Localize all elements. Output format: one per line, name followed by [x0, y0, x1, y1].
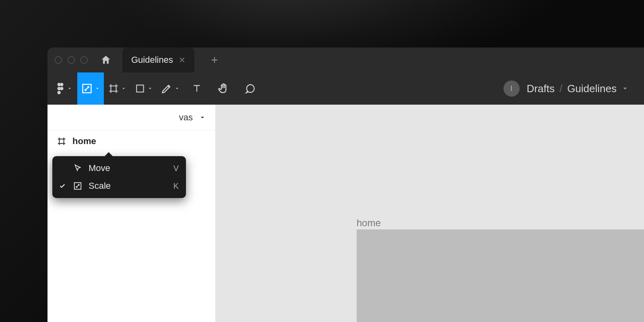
plus-icon [210, 56, 219, 64]
traffic-minimize[interactable] [68, 56, 75, 64]
home-icon [100, 54, 111, 66]
tab-guidelines[interactable]: Guidelines ✕ [122, 47, 194, 72]
svg-rect-6 [136, 85, 143, 92]
breadcrumb-separator: / [559, 83, 562, 95]
move-tool-button[interactable] [77, 72, 104, 105]
svg-point-1 [60, 83, 63, 86]
frame-label[interactable]: home [357, 217, 381, 229]
shape-tool-button[interactable] [130, 72, 157, 105]
main-area: vas home home [47, 105, 644, 322]
chevron-down-icon [199, 114, 206, 121]
frame-home[interactable] [357, 229, 644, 322]
dropdown-label: Move [89, 163, 110, 173]
text-icon [192, 83, 202, 94]
traffic-close[interactable] [55, 56, 62, 64]
tab-title: Guidelines [131, 55, 173, 65]
home-button[interactable] [99, 53, 113, 67]
chevron-down-icon [621, 85, 629, 92]
frame-icon [57, 137, 66, 146]
breadcrumb[interactable]: Drafts / Guidelines [527, 83, 629, 95]
pen-icon [161, 83, 172, 94]
figma-icon [56, 83, 65, 95]
chevron-down-icon [175, 86, 180, 91]
frame-tool-button[interactable] [104, 72, 130, 105]
dropdown-label: Scale [89, 181, 111, 191]
hand-icon [217, 83, 229, 95]
comment-icon [244, 83, 256, 94]
pages-row[interactable]: vas [47, 105, 215, 130]
pen-tool-button[interactable] [157, 72, 184, 105]
dropdown-item-scale[interactable]: Scale K [52, 177, 186, 195]
check-icon [58, 183, 67, 189]
chevron-down-icon [148, 86, 153, 91]
scale-icon [81, 83, 93, 94]
frame-icon [108, 83, 119, 94]
traffic-zoom[interactable] [80, 56, 88, 64]
layer-home[interactable]: home [47, 130, 215, 152]
canvas[interactable]: home [216, 105, 644, 322]
hand-tool-button[interactable] [210, 72, 237, 105]
avatar-initial: I [510, 85, 512, 93]
close-tab-icon[interactable]: ✕ [179, 55, 186, 65]
breadcrumb-file: Guidelines [567, 83, 617, 95]
dropdown-shortcut: V [173, 164, 179, 173]
dropdown-shortcut: K [173, 182, 179, 191]
svg-point-4 [58, 91, 61, 94]
app-window: Guidelines ✕ [47, 47, 644, 322]
avatar[interactable]: I [504, 80, 520, 97]
move-tool-dropdown: Move V Scale K [52, 156, 186, 198]
scale-icon [72, 182, 83, 190]
cursor-icon [72, 164, 83, 173]
figma-menu-button[interactable] [51, 72, 77, 105]
dropdown-item-move[interactable]: Move V [52, 159, 186, 177]
chevron-down-icon [67, 86, 72, 91]
toolbar: I Drafts / Guidelines [47, 72, 644, 105]
layers-panel: vas home [47, 105, 216, 322]
comment-tool-button[interactable] [237, 72, 263, 105]
text-tool-button[interactable] [184, 72, 210, 105]
chevron-down-icon [95, 86, 100, 91]
new-tab-button[interactable] [207, 53, 222, 67]
breadcrumb-folder: Drafts [527, 83, 555, 95]
rectangle-icon [135, 83, 145, 94]
svg-point-3 [60, 87, 63, 90]
pages-label-fragment: vas [179, 112, 193, 123]
layer-name: home [72, 136, 96, 147]
traffic-lights [55, 56, 88, 64]
title-bar: Guidelines ✕ [47, 47, 644, 72]
chevron-down-icon [121, 86, 126, 91]
